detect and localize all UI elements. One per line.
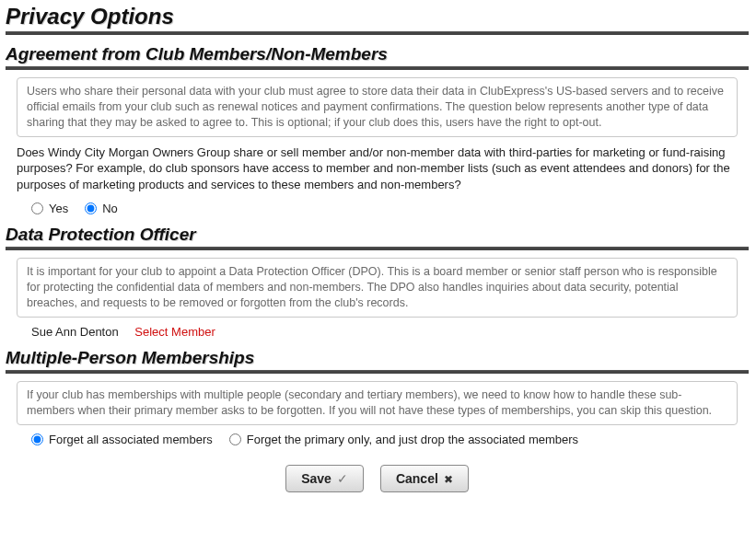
select-member-link[interactable]: Select Member xyxy=(134,325,215,339)
dpo-info-box: It is important for your club to appoint… xyxy=(17,258,738,318)
multi-forget-primary-radio[interactable] xyxy=(229,433,241,445)
save-button[interactable]: Save xyxy=(285,465,364,492)
section-rule-agreement xyxy=(6,66,749,70)
multi-radio-group: Forget all associated members Forget the… xyxy=(31,433,749,446)
action-button-row: Save Cancel xyxy=(6,465,749,492)
section-rule-dpo xyxy=(6,247,749,250)
dpo-member-name: Sue Ann Denton xyxy=(31,325,119,339)
agreement-yes-label: Yes xyxy=(49,202,68,215)
page-title: Privacy Options xyxy=(6,4,749,29)
cancel-button-label: Cancel xyxy=(396,471,438,486)
cancel-button[interactable]: Cancel xyxy=(380,465,469,492)
section-heading-agreement: Agreement from Club Members/Non-Members xyxy=(6,44,749,64)
multi-forget-primary-label: Forget the primary only, and just drop t… xyxy=(247,433,578,446)
agreement-no-label: No xyxy=(102,202,118,215)
check-icon xyxy=(337,471,348,486)
multi-forget-all-radio[interactable] xyxy=(31,433,43,445)
agreement-yes-option[interactable]: Yes xyxy=(31,202,68,215)
agreement-no-option[interactable]: No xyxy=(85,202,118,215)
multi-forget-all-label: Forget all associated members xyxy=(49,433,213,446)
close-icon xyxy=(444,471,453,486)
section-rule-multi xyxy=(6,370,749,374)
dpo-member-row: Sue Ann Denton Select Member xyxy=(31,325,749,339)
agreement-no-radio[interactable] xyxy=(85,202,97,214)
multi-info-box: If your club has memberships with multip… xyxy=(17,381,738,425)
save-button-label: Save xyxy=(301,471,331,486)
multi-forget-all-option[interactable]: Forget all associated members xyxy=(31,433,213,446)
agreement-radio-group: Yes No xyxy=(31,202,749,215)
multi-forget-primary-option[interactable]: Forget the primary only, and just drop t… xyxy=(229,433,578,446)
agreement-question: Does Windy City Morgan Owners Group shar… xyxy=(17,144,749,193)
agreement-info-box: Users who share their personal data with… xyxy=(17,77,738,137)
title-rule xyxy=(6,31,749,35)
agreement-yes-radio[interactable] xyxy=(31,202,43,214)
section-heading-dpo: Data Protection Officer xyxy=(6,225,749,245)
section-heading-multi: Multiple-Person Memberships xyxy=(6,348,749,368)
